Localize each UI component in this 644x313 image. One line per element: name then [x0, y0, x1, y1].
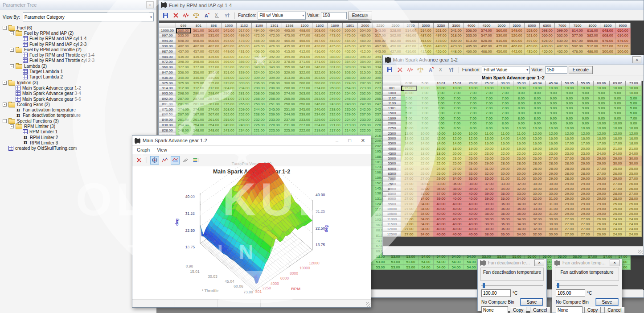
fuel-cell[interactable]: 322.00	[312, 70, 328, 75]
compare-a-icon[interactable]: A	[202, 11, 211, 20]
spark-cell[interactable]: 27.00	[401, 192, 417, 197]
spark-cell[interactable]: 33.00	[433, 181, 449, 186]
spark-row-header[interactable]: 2500	[383, 131, 401, 136]
compare-bin-input[interactable]	[556, 306, 582, 313]
graph-window-titlebar[interactable]: Main Spark Advance gear 1-2 – □ ✕	[132, 136, 371, 146]
fuel-cell[interactable]: 547.00	[570, 38, 585, 44]
fuel-cell[interactable]: 392.00	[252, 54, 267, 60]
function-select[interactable]: Fill w/ Value ▾	[482, 66, 530, 74]
spark-cell[interactable]: 40.00	[465, 212, 481, 217]
fuel-cell[interactable]: 453.00	[328, 38, 343, 44]
spark-cell[interactable]: 26.00	[626, 186, 642, 191]
fuel-cell[interactable]: 525.00	[479, 38, 494, 44]
fuel-cell[interactable]: 254.00	[176, 123, 191, 128]
fuel-cell[interactable]: 513.00	[464, 38, 479, 44]
fuel-row-header[interactable]: 892.00	[159, 96, 176, 102]
fuel-cell[interactable]: 53.00	[403, 265, 418, 270]
fuel-cell[interactable]: 246.00	[237, 117, 252, 123]
spark-row-header[interactable]: 7000	[383, 177, 401, 181]
spark-cell[interactable]: 7.00	[417, 101, 433, 106]
spark-col-header[interactable]: 73.00	[626, 81, 642, 86]
tree-item[interactable]: Fuel by RPM and Throttle cyl 2-3	[2, 58, 156, 63]
spark-cell[interactable]: 20.00	[481, 146, 497, 151]
copy-button[interactable]: Copy	[584, 307, 601, 313]
spark-cell[interactable]: 40.00	[465, 192, 481, 197]
spark-cell[interactable]: 40.00	[449, 197, 465, 202]
fuel-cell[interactable]: 396.00	[312, 54, 328, 60]
tree-item[interactable]: Fuel by RPM and IAP cyl 2-3	[2, 41, 156, 47]
spark-cell[interactable]: 32.00	[417, 186, 433, 191]
fuel-cell[interactable]: 231.00	[282, 123, 297, 128]
spark-row-header[interactable]: 12000	[383, 227, 401, 232]
tree-item[interactable]: RPM Limiter 1	[2, 129, 156, 135]
fuel-cell[interactable]: 53.00	[373, 259, 388, 265]
spark-cell[interactable]: 14.00	[497, 136, 513, 141]
fuel-cell[interactable]: 322.00	[237, 75, 252, 81]
spark-cell[interactable]: 9.00	[594, 91, 610, 96]
fuel-cell[interactable]: 239.00	[297, 112, 312, 118]
fuel-cell[interactable]: 54.00	[434, 265, 449, 270]
fuel-cell[interactable]: 435.00	[206, 54, 222, 60]
spark-cell[interactable]: 30.00	[529, 177, 546, 181]
spark-cell[interactable]: 5.00	[401, 96, 417, 101]
spark-cell[interactable]: 7.00	[481, 91, 497, 96]
fuel-cell[interactable]: 455.00	[252, 38, 267, 44]
fuel-cell[interactable]: 261.00	[312, 91, 328, 96]
fuel-cell[interactable]: 608.00	[600, 33, 615, 39]
spark-cell[interactable]: 12.00	[529, 131, 546, 136]
fuel-cell[interactable]: 294.00	[237, 86, 252, 91]
fuel-cell[interactable]: 428.00	[222, 54, 237, 60]
save-icon[interactable]	[385, 66, 394, 74]
fuel-cell[interactable]: 268.00	[222, 107, 237, 112]
spark-cell[interactable]: 30.00	[546, 192, 562, 197]
spark-cell[interactable]: 32.00	[513, 181, 529, 186]
spark-cell[interactable]: 27.00	[610, 181, 626, 186]
fuel-cell[interactable]: 541.00	[449, 28, 464, 33]
spark-cell[interactable]: 7.00	[497, 116, 513, 121]
spark-cell[interactable]: 28.00	[610, 197, 626, 202]
spark-cell[interactable]: 10.00	[546, 126, 562, 131]
fuel-cell[interactable]: 459.00	[525, 44, 540, 49]
spark-cell[interactable]: 36.00	[497, 197, 513, 202]
spark-row-header[interactable]: 5500	[383, 161, 401, 166]
spark-cell[interactable]: 20.00	[562, 146, 578, 151]
spark-cell[interactable]: 7.00	[433, 101, 449, 106]
value-input[interactable]	[545, 66, 567, 74]
fuel-cell[interactable]: 331.00	[328, 65, 343, 70]
fuel-cell[interactable]: 555.00	[585, 38, 600, 44]
fuel-cell[interactable]: 309.00	[328, 70, 343, 75]
spark-cell[interactable]: 31.00	[513, 177, 529, 181]
spark-cell[interactable]: 10.00	[449, 86, 465, 91]
menu-graph[interactable]: Graph	[137, 147, 150, 152]
spark-cell[interactable]: 27.00	[401, 197, 417, 202]
fuel-cell[interactable]: 454.00	[343, 38, 358, 44]
fuel-cell[interactable]: 553.00	[525, 28, 540, 33]
trace-icon[interactable]	[406, 66, 414, 74]
spark-cell[interactable]: 35.00	[513, 206, 529, 211]
fuel-cell[interactable]: 435.00	[191, 54, 206, 60]
spark-cell[interactable]: 18.00	[433, 151, 449, 156]
fuel-cell[interactable]: 322.00	[297, 70, 312, 75]
tree-item[interactable]: Target Lambda 2	[2, 74, 156, 80]
spark-cell[interactable]: 10.00	[626, 86, 642, 91]
fuel-cell[interactable]: 508.00	[191, 38, 206, 44]
spark-cell[interactable]: 27.00	[546, 156, 562, 161]
spark-cell[interactable]: 30.00	[417, 181, 433, 186]
fuel-cell[interactable]: 274.00	[191, 107, 206, 112]
spark-cell[interactable]: 11.00	[513, 131, 529, 136]
fuel-cell[interactable]: 549.00	[509, 28, 525, 33]
spark-cell[interactable]: 5.00	[626, 106, 642, 111]
fuel-cell[interactable]: 281.00	[206, 102, 222, 107]
compare-a-icon[interactable]: A	[426, 66, 435, 74]
spark-row-header[interactable]: 2000	[383, 121, 401, 126]
view-by-select[interactable]: Parameter Category ▾	[23, 12, 154, 21]
spark-cell[interactable]: 27.00	[594, 166, 610, 171]
fuel-cell[interactable]: 404.00	[328, 49, 343, 54]
fuel-cell[interactable]: 356.00	[206, 70, 222, 75]
y-axis-icon[interactable]: Y	[447, 66, 455, 74]
fuel-cell[interactable]: 460.00	[358, 38, 373, 44]
fuel-cell[interactable]: 298.00	[176, 91, 191, 96]
spark-cell[interactable]: 25.00	[449, 161, 465, 166]
fuel-cell[interactable]: 535.00	[176, 33, 191, 39]
fuel-cell[interactable]: 300.00	[358, 75, 373, 81]
